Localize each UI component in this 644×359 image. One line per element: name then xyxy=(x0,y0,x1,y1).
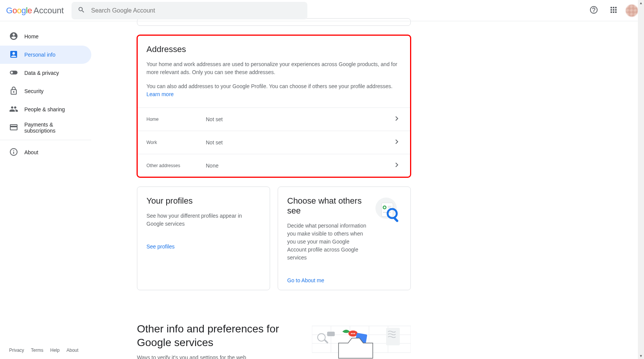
help-icon xyxy=(589,5,598,16)
apps-button[interactable] xyxy=(606,3,621,18)
row-value: Not set xyxy=(206,116,392,122)
id-card-icon xyxy=(9,50,24,60)
sidebar-item-label: Personal info xyxy=(24,52,56,58)
user-circle-icon xyxy=(9,32,24,42)
chevron-right-icon xyxy=(392,137,401,148)
toggle-icon xyxy=(9,68,24,78)
scrollbar-up-icon[interactable]: ▲ xyxy=(638,0,644,6)
addresses-desc-2: You can also add addresses to your Googl… xyxy=(146,82,401,98)
account-label: Account xyxy=(33,6,64,16)
address-row-home[interactable]: Home Not set xyxy=(137,108,410,131)
preferences-illustration-icon xyxy=(312,322,411,359)
sidebar-item-about[interactable]: About xyxy=(0,143,91,161)
sidebar-item-label: Payments & subscriptions xyxy=(24,122,82,134)
address-row-other[interactable]: Other addresses None xyxy=(137,154,410,177)
sidebar-item-people-sharing[interactable]: People & sharing xyxy=(0,100,91,119)
profiles-desc: See how your different profiles appear i… xyxy=(146,212,261,228)
row-label: Other addresses xyxy=(146,163,206,168)
sidebar-item-label: Security xyxy=(24,88,44,94)
help-button[interactable] xyxy=(586,3,601,18)
addresses-card: Addresses Your home and work addresses a… xyxy=(137,35,411,177)
apps-grid-icon xyxy=(609,5,618,16)
others-see-desc: Decide what personal information you mak… xyxy=(287,222,368,262)
lock-icon xyxy=(9,86,24,96)
sidebar-item-label: Home xyxy=(24,33,38,40)
row-label: Work xyxy=(146,140,206,145)
sidebar-item-personal-info[interactable]: Personal info xyxy=(0,46,91,64)
search-bar[interactable] xyxy=(72,2,307,19)
sidebar-item-label: About xyxy=(24,149,38,155)
terms-link[interactable]: Terms xyxy=(31,348,43,353)
main-content: Addresses Your home and work addresses a… xyxy=(107,21,525,359)
about-link[interactable]: About xyxy=(67,348,78,353)
svg-rect-5 xyxy=(388,207,391,208)
google-logo-text: Google xyxy=(6,6,32,16)
people-icon xyxy=(9,104,24,115)
sidebar-item-payments[interactable]: Payments & subscriptions xyxy=(0,119,91,137)
sidebar: Home Personal info Data & privacy Securi… xyxy=(0,21,107,359)
other-prefs-section-header: Other info and preferences for Google se… xyxy=(137,322,411,359)
sidebar-item-label: Data & privacy xyxy=(24,70,59,76)
sidebar-item-label: People & sharing xyxy=(24,106,65,112)
scrollbar[interactable]: ▲ ▼ xyxy=(638,0,644,359)
divider xyxy=(0,140,91,140)
svg-point-20 xyxy=(351,333,352,334)
about-me-link[interactable]: Go to About me xyxy=(287,277,324,283)
chevron-right-icon xyxy=(392,160,401,171)
privacy-link[interactable]: Privacy xyxy=(9,348,24,353)
row-value: Not set xyxy=(206,139,392,145)
sidebar-item-data-privacy[interactable]: Data & privacy xyxy=(0,64,91,82)
help-link[interactable]: Help xyxy=(50,348,60,353)
see-profiles-link[interactable]: See profiles xyxy=(146,244,175,250)
other-prefs-sub: Ways to verify it's you and settings for… xyxy=(137,354,297,359)
other-prefs-title: Other info and preferences for Google se… xyxy=(137,322,297,350)
others-see-title: Choose what others see xyxy=(287,196,368,216)
addresses-desc-1: Your home and work addresses are used to… xyxy=(146,60,401,76)
svg-rect-17 xyxy=(324,339,328,343)
sidebar-item-home[interactable]: Home xyxy=(0,27,91,46)
sidebar-item-security[interactable]: Security xyxy=(0,82,91,100)
search-icon xyxy=(78,6,85,15)
row-label: Home xyxy=(146,117,206,122)
search-input[interactable] xyxy=(91,7,301,14)
footer-links: Privacy Terms Help About xyxy=(9,348,78,353)
addresses-title: Addresses xyxy=(146,44,401,54)
learn-more-link[interactable]: Learn more xyxy=(146,91,174,97)
search-profile-illustration-icon xyxy=(374,196,401,223)
addresses-desc-2-text: You can also add addresses to your Googl… xyxy=(146,83,393,89)
profiles-title: Your profiles xyxy=(146,196,261,206)
svg-point-21 xyxy=(353,333,354,334)
profiles-card: Your profiles See how your different pro… xyxy=(137,187,270,290)
logo[interactable]: Google Account xyxy=(6,6,64,16)
info-icon xyxy=(9,147,24,158)
others-see-card: Choose what others see Decide what perso… xyxy=(278,187,411,290)
card-icon xyxy=(9,123,24,133)
chevron-right-icon xyxy=(392,114,401,125)
svg-rect-18 xyxy=(327,332,335,336)
row-value: None xyxy=(206,163,392,169)
scrollbar-down-icon[interactable]: ▼ xyxy=(638,353,644,359)
svg-point-3 xyxy=(384,207,386,209)
svg-point-22 xyxy=(354,333,355,334)
avatar[interactable] xyxy=(626,5,638,17)
header-actions xyxy=(586,3,638,18)
svg-rect-4 xyxy=(388,206,391,207)
app-header: Google Account xyxy=(0,0,644,21)
address-row-work[interactable]: Work Not set xyxy=(137,131,410,154)
